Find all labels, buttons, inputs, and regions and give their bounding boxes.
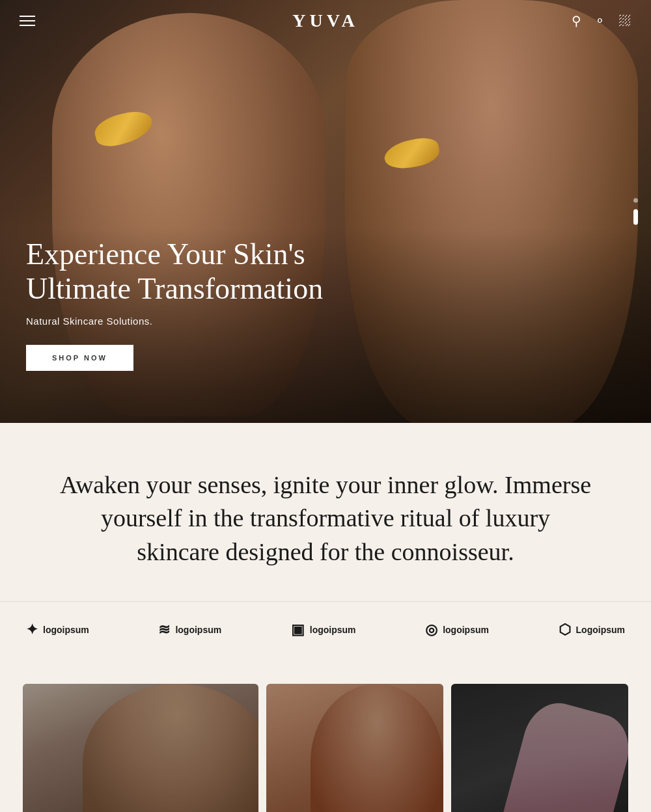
shop-now-button[interactable]: SHOP NOW	[26, 345, 133, 371]
brand-icon-2: ≋	[158, 621, 170, 638]
brand-name-2: logoipsum	[175, 625, 221, 635]
slide-dot-2[interactable]	[633, 210, 638, 225]
brands-section: ✦ logoipsum ≋ logoipsum ▣ logoipsum ◎ lo…	[0, 601, 651, 671]
brand-icon-4: ◎	[425, 621, 437, 638]
brand-icon-5: ⬡	[559, 621, 571, 638]
brand-item-4[interactable]: ◎ logoipsum	[425, 621, 489, 638]
card-content-1: We're Serving Up Skin-tastic Solutions.	[23, 797, 258, 812]
card-skin-tastic[interactable]: We're Serving Up Skin-tastic Solutions.	[23, 684, 258, 812]
card-skincare-obsession[interactable]: Skincare Obsession	[266, 684, 443, 812]
cart-icon[interactable]: ⛆	[618, 14, 631, 29]
header-right: ⚲ ⚬ ⛆	[572, 13, 631, 29]
card-overlay-1	[23, 684, 258, 812]
brand-item-3[interactable]: ▣ logoipsum	[291, 621, 356, 638]
brand-icon-3: ▣	[291, 621, 305, 638]
brand-name-4: logoipsum	[443, 625, 489, 635]
brand-item-2[interactable]: ≋ logoipsum	[158, 621, 221, 638]
site-logo[interactable]: YUVA	[292, 10, 358, 31]
brand-name-1: logoipsum	[43, 625, 89, 635]
hero-content: Experience Your Skin's Ultimate Transfor…	[26, 237, 365, 371]
card-overlay-2	[266, 684, 443, 812]
search-icon[interactable]: ⚲	[572, 13, 581, 29]
hero-title: Experience Your Skin's Ultimate Transfor…	[26, 237, 365, 306]
account-icon[interactable]: ⚬	[594, 13, 605, 29]
tagline-text: Awaken your senses, ignite your inner gl…	[59, 468, 592, 569]
brand-item-1[interactable]: ✦ logoipsum	[26, 621, 89, 638]
brand-item-5[interactable]: ⬡ Logoipsum	[559, 621, 625, 638]
header-left	[20, 16, 35, 26]
hero-section: Experience Your Skin's Ultimate Transfor…	[0, 0, 651, 423]
card-content-2: Skincare Obsession	[266, 797, 443, 812]
slide-indicators	[633, 198, 638, 225]
hero-subtitle: Natural Skincare Solutions.	[26, 316, 365, 327]
tagline-section: Awaken your senses, ignite your inner gl…	[0, 423, 651, 601]
brand-name-5: Logoipsum	[576, 625, 625, 635]
site-header: YUVA ⚲ ⚬ ⛆	[0, 0, 651, 42]
card-overlay-3	[451, 684, 628, 812]
brand-name-3: logoipsum	[310, 625, 356, 635]
card-content-3: 10% off only this week	[451, 797, 628, 812]
card-discount[interactable]: 10% off only this week	[451, 684, 628, 812]
brand-icon-1: ✦	[26, 621, 38, 638]
slide-dot-1[interactable]	[633, 198, 638, 203]
cards-section: We're Serving Up Skin-tastic Solutions. …	[0, 671, 651, 812]
menu-icon[interactable]	[20, 16, 35, 26]
